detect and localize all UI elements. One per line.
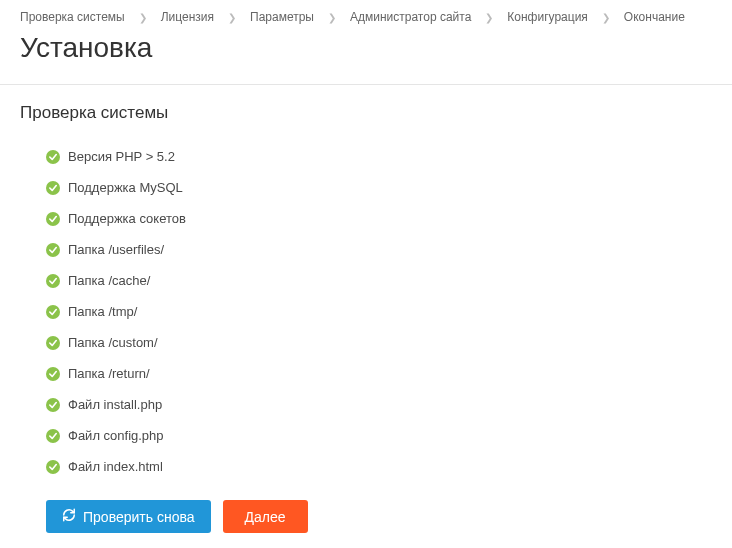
check-ok-icon <box>46 212 60 226</box>
breadcrumb: Проверка системы ❯ Лицензия ❯ Параметры … <box>0 0 732 32</box>
chevron-right-icon: ❯ <box>139 12 147 23</box>
check-row: Файл index.html <box>46 451 712 482</box>
check-ok-icon <box>46 181 60 195</box>
check-row: Папка /cache/ <box>46 265 712 296</box>
check-ok-icon <box>46 460 60 474</box>
check-ok-icon <box>46 305 60 319</box>
check-label: Папка /userfiles/ <box>68 242 164 257</box>
breadcrumb-item-configuration[interactable]: Конфигурация <box>507 10 588 24</box>
check-label: Поддержка сокетов <box>68 211 186 226</box>
next-button-label: Далее <box>245 509 286 525</box>
check-ok-icon <box>46 336 60 350</box>
chevron-right-icon: ❯ <box>328 12 336 23</box>
chevron-right-icon: ❯ <box>228 12 236 23</box>
check-label: Папка /cache/ <box>68 273 150 288</box>
recheck-button-label: Проверить снова <box>83 509 195 525</box>
page-title: Установка <box>0 32 732 84</box>
check-row: Папка /userfiles/ <box>46 234 712 265</box>
breadcrumb-item-license[interactable]: Лицензия <box>161 10 214 24</box>
check-label: Версия PHP > 5.2 <box>68 149 175 164</box>
check-ok-icon <box>46 429 60 443</box>
check-ok-icon <box>46 274 60 288</box>
check-label: Поддержка MySQL <box>68 180 183 195</box>
check-row: Папка /tmp/ <box>46 296 712 327</box>
divider <box>0 84 732 85</box>
chevron-right-icon: ❯ <box>485 12 493 23</box>
check-row: Файл config.php <box>46 420 712 451</box>
breadcrumb-item-system-check[interactable]: Проверка системы <box>20 10 125 24</box>
check-ok-icon <box>46 243 60 257</box>
check-ok-icon <box>46 150 60 164</box>
refresh-icon <box>62 508 76 525</box>
section-title: Проверка системы <box>0 103 732 141</box>
check-label: Папка /custom/ <box>68 335 158 350</box>
check-label: Файл index.html <box>68 459 163 474</box>
check-row: Поддержка сокетов <box>46 203 712 234</box>
check-row: Версия PHP > 5.2 <box>46 141 712 172</box>
chevron-right-icon: ❯ <box>602 12 610 23</box>
breadcrumb-item-finish[interactable]: Окончание <box>624 10 685 24</box>
check-row: Поддержка MySQL <box>46 172 712 203</box>
check-label: Файл config.php <box>68 428 164 443</box>
check-label: Папка /tmp/ <box>68 304 137 319</box>
action-buttons: Проверить снова Далее <box>0 482 732 548</box>
check-row: Папка /return/ <box>46 358 712 389</box>
check-ok-icon <box>46 367 60 381</box>
next-button[interactable]: Далее <box>223 500 308 533</box>
check-ok-icon <box>46 398 60 412</box>
system-checklist: Версия PHP > 5.2Поддержка MySQLПоддержка… <box>0 141 732 482</box>
breadcrumb-item-site-admin[interactable]: Администратор сайта <box>350 10 471 24</box>
check-row: Файл install.php <box>46 389 712 420</box>
check-row: Папка /custom/ <box>46 327 712 358</box>
breadcrumb-item-parameters[interactable]: Параметры <box>250 10 314 24</box>
check-label: Файл install.php <box>68 397 162 412</box>
recheck-button[interactable]: Проверить снова <box>46 500 211 533</box>
check-label: Папка /return/ <box>68 366 150 381</box>
